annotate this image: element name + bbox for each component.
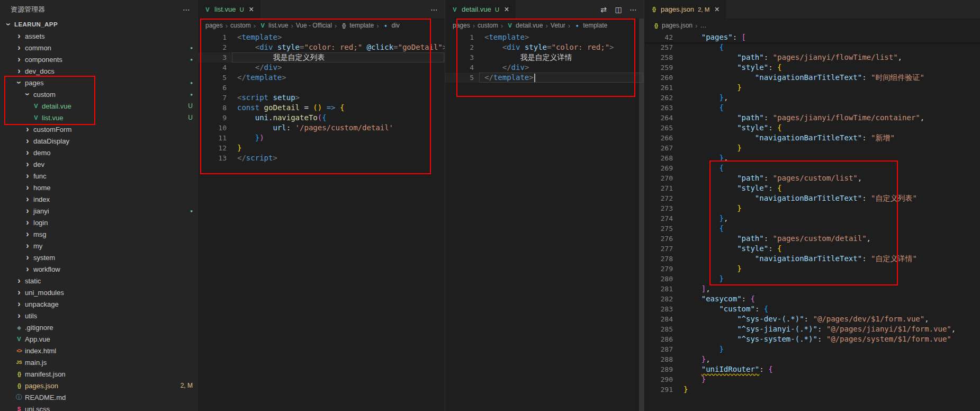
line-content: "navigationBarTitleText": "自定义详情"	[684, 254, 917, 264]
tree-folder-workflow[interactable]: ›workflow	[0, 263, 198, 275]
git-status-badge: U	[188, 102, 193, 110]
tree-file-manifest.json[interactable]: {}manifest.json	[0, 368, 198, 380]
code-line: 290 }	[644, 374, 980, 385]
code-line: 264 "path": "pages/jianyi/flowTime/conta…	[644, 113, 980, 123]
tree-folder-pages[interactable]: ›pages●	[0, 77, 198, 88]
tree-file-uni.scss[interactable]: Suni.scss	[0, 403, 198, 411]
tab-list.vue[interactable]: Vlist.vueU×	[198, 0, 260, 19]
line-number: 275	[644, 224, 673, 234]
code-line: 277 "style": {	[644, 244, 980, 254]
code-area[interactable]: 42 "pages": [257 {258 "path": "pages/jia…	[644, 32, 980, 395]
breadcrumb-label: custom	[478, 22, 498, 29]
tree-root-project[interactable]: › LEARUN_APP	[0, 19, 198, 30]
tree-folder-unpackage[interactable]: ›unpackage	[0, 298, 198, 310]
split-editor-icon[interactable]: ◫	[614, 5, 623, 14]
breadcrumb-item-Vue - Official[interactable]: Vue - Official	[296, 22, 332, 29]
line-number: 7	[198, 93, 227, 103]
breadcrumb-item-template[interactable]: ●template	[573, 22, 607, 29]
line-content: </script>	[237, 153, 277, 163]
tree-file-detail.vue[interactable]: Vdetail.vueU	[0, 100, 198, 112]
breadcrumb-item-custom[interactable]: custom	[478, 22, 498, 29]
tree-folder-login[interactable]: ›login	[0, 217, 198, 228]
tree-file-pages.json[interactable]: {}pages.json2, M	[0, 380, 198, 391]
breadcrumb-item-pages[interactable]: pages	[205, 22, 223, 29]
tree-folder-components[interactable]: ›components●	[0, 53, 198, 65]
tree-item-label: static	[25, 277, 41, 285]
editor-actions: ⋯	[430, 0, 445, 19]
tree-file-index.html[interactable]: <>index.html	[0, 345, 198, 356]
tree-item-label: pages	[25, 79, 43, 87]
close-icon[interactable]: ×	[712, 5, 722, 14]
tree-folder-utils[interactable]: ›utils	[0, 310, 198, 321]
tree-folder-dev_docs[interactable]: ›dev_docs	[0, 65, 198, 77]
tree-folder-customForm[interactable]: ›customForm	[0, 123, 198, 135]
tree-file-main.js[interactable]: JSmain.js	[0, 356, 198, 368]
close-icon[interactable]: ×	[502, 5, 511, 14]
tree-item-label: uni_modules	[25, 289, 64, 297]
code-line: 10 url: '/pages/custom/detail'	[198, 123, 445, 133]
code-line: 3 我是自定义列表	[198, 52, 445, 62]
chevron-right-icon: ›	[15, 32, 23, 40]
close-icon[interactable]: ×	[247, 5, 256, 14]
breadcrumb-item-detail.vue[interactable]: Vdetail.vue	[506, 22, 543, 29]
tab-pages.json[interactable]: {}pages.json2, M×	[644, 0, 726, 19]
editor-pane-list-vue: Vlist.vueU×⋯pages›custom›Vlist.vue›Vue -…	[198, 0, 445, 411]
tree-folder-demo[interactable]: ›demo	[0, 147, 198, 158]
breadcrumb-item-pages[interactable]: pages	[453, 22, 470, 29]
code-line: 281 ],	[644, 284, 980, 294]
tree-folder-custom[interactable]: ›custom●	[0, 88, 198, 100]
line-number: 258	[644, 52, 673, 62]
breadcrumb-item-list.vue[interactable]: Vlist.vue	[258, 22, 288, 29]
breadcrumb-item-Vetur[interactable]: Vetur	[551, 22, 565, 29]
tree-file-README.md[interactable]: ⓘREADME.md	[0, 391, 198, 403]
breadcrumb-item-…[interactable]: …	[700, 22, 706, 29]
json-file-icon: {}	[15, 371, 23, 377]
breadcrumb-item-template[interactable]: {}template	[339, 22, 374, 29]
breadcrumb-item-pages.json[interactable]: {}pages.json	[652, 22, 693, 29]
tree-folder-dataDisplay[interactable]: ›dataDisplay	[0, 135, 198, 147]
tree-file-App.vue[interactable]: VApp.vue	[0, 333, 198, 345]
more-actions-icon[interactable]: ⋯	[182, 5, 191, 14]
breadcrumb-label: Vue - Official	[296, 22, 332, 29]
line-number: 2	[198, 42, 227, 52]
line-number: 277	[644, 244, 673, 254]
tree-folder-jianyi[interactable]: ›jianyi●	[0, 205, 198, 217]
chevron-right-icon: ›	[23, 195, 32, 203]
tree-folder-static[interactable]: ›static	[0, 275, 198, 287]
breadcrumb-item-div[interactable]: ●div	[382, 22, 400, 29]
code-line: 1<template>	[445, 32, 644, 42]
tree-folder-index[interactable]: ›index	[0, 193, 198, 205]
line-content: "path": "pages/jianyi/flowTime/container…	[684, 113, 924, 123]
line-content: })	[237, 133, 264, 143]
breadcrumb-item-custom[interactable]: custom	[230, 22, 251, 29]
code-line: 5</template>	[198, 73, 445, 83]
line-number: 263	[644, 103, 673, 113]
tree-folder-system[interactable]: ›system	[0, 252, 198, 263]
line-content: }	[684, 374, 706, 385]
tree-folder-dev[interactable]: ›dev	[0, 158, 198, 170]
line-number: 267	[644, 143, 673, 153]
line-number: 290	[644, 374, 673, 385]
tree-file-.gitignore[interactable]: ◆.gitignore	[0, 321, 198, 333]
tree-folder-uni_modules[interactable]: ›uni_modules	[0, 287, 198, 298]
code-line: 288 },	[644, 354, 980, 364]
line-number: 287	[644, 344, 673, 354]
tree-item-label: custom	[33, 91, 56, 99]
tree-folder-home[interactable]: ›home	[0, 182, 198, 193]
tree-folder-common[interactable]: ›common●	[0, 42, 198, 53]
tree-folder-msg[interactable]: ›msg	[0, 228, 198, 240]
more-actions-icon[interactable]: ⋯	[629, 5, 637, 14]
more-actions-icon[interactable]: ⋯	[430, 5, 438, 14]
tab-detail.vue[interactable]: Vdetail.vueU×	[445, 0, 516, 19]
compare-changes-icon[interactable]: ⇄	[599, 5, 608, 14]
tree-file-list.vue[interactable]: Vlist.vueU	[0, 112, 198, 123]
line-number: 12	[198, 143, 227, 153]
tree-folder-assets[interactable]: ›assets	[0, 30, 198, 42]
tree-folder-func[interactable]: ›func	[0, 170, 198, 182]
line-content: }	[684, 385, 688, 395]
vue-file-icon: V	[32, 114, 40, 121]
code-area[interactable]: 1<template>2 <div style="color: red;" @c…	[198, 32, 445, 163]
tree-folder-my[interactable]: ›my	[0, 240, 198, 252]
code-area[interactable]: 1<template>2 <div style="color: red;">3 …	[445, 32, 644, 83]
git-change-dot-icon: ●	[190, 81, 193, 85]
